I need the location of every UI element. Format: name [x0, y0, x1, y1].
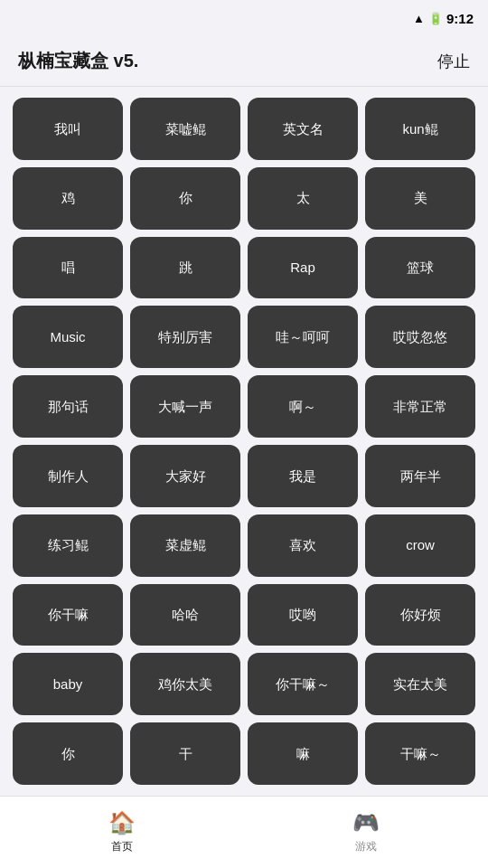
chip-button[interactable]: 特别厉害	[130, 306, 240, 368]
chip-button[interactable]: 干嘛～	[365, 722, 475, 785]
chip-button[interactable]: Music	[13, 306, 123, 368]
nav-label-game: 游戏	[355, 839, 377, 854]
game-icon: 🎮	[352, 810, 380, 835]
chip-button[interactable]: 练习鲲	[13, 514, 123, 577]
status-bar: ▲ 🔋 9:12	[0, 0, 488, 36]
nav-item-home[interactable]: 🏠 首页	[0, 810, 244, 854]
chip-button[interactable]: 你	[130, 167, 240, 230]
chip-button[interactable]: 干	[130, 722, 240, 785]
chip-button[interactable]: Rap	[248, 237, 358, 299]
chip-button[interactable]: 两年半	[365, 445, 475, 507]
chip-button[interactable]: 我是	[248, 445, 358, 507]
chip-button[interactable]: 非常正常	[365, 375, 475, 438]
nav-item-game[interactable]: 🎮 游戏	[244, 810, 488, 854]
chip-button[interactable]: 制作人	[13, 445, 123, 507]
battery-icon: 🔋	[428, 12, 443, 25]
chip-button[interactable]: 我叫	[13, 98, 123, 160]
bottom-nav: 🏠 首页 🎮 游戏	[0, 796, 488, 868]
chip-button[interactable]: 你干嘛～	[248, 653, 358, 715]
home-icon: 🏠	[108, 810, 136, 835]
chip-button[interactable]: 跳	[130, 237, 240, 299]
chip-button[interactable]: 你	[13, 722, 123, 785]
chip-button[interactable]: 大家好	[130, 445, 240, 507]
chip-button[interactable]: 鸡你太美	[130, 653, 240, 715]
chip-button[interactable]: 喜欢	[248, 514, 358, 577]
stop-button[interactable]: 停止	[437, 51, 470, 72]
chip-button[interactable]: 嘛	[248, 722, 358, 785]
chip-button[interactable]: 菜嘘鲲	[130, 98, 240, 160]
chip-button[interactable]: 啊～	[248, 375, 358, 438]
chip-button[interactable]: crow	[365, 514, 475, 577]
chip-button[interactable]: 实在太美	[365, 653, 475, 715]
chip-button[interactable]: 唱	[13, 237, 123, 299]
status-time: 9:12	[446, 11, 474, 26]
wifi-icon: ▲	[413, 12, 425, 25]
chip-button[interactable]: 太	[248, 167, 358, 230]
chip-button[interactable]: 哎哎忽悠	[365, 306, 475, 368]
chip-button[interactable]: 篮球	[365, 237, 475, 299]
chip-button[interactable]: 哈哈	[130, 584, 240, 646]
chip-button[interactable]: 那句话	[13, 375, 123, 438]
chip-button[interactable]: 英文名	[248, 98, 358, 160]
chip-button[interactable]: 哇～呵呵	[248, 306, 358, 368]
chip-button[interactable]: kun鲲	[365, 98, 475, 160]
chip-button[interactable]: 你好烦	[365, 584, 475, 646]
chip-button[interactable]: 你干嘛	[13, 584, 123, 646]
chip-button[interactable]: 鸡	[13, 167, 123, 230]
chip-button[interactable]: 菜虚鲲	[130, 514, 240, 577]
chip-grid: 我叫菜嘘鲲英文名kun鲲鸡你太美唱跳Rap篮球Music特别厉害哇～呵呵哎哎忽悠…	[0, 87, 488, 796]
chip-button[interactable]: 哎哟	[248, 584, 358, 646]
chip-button[interactable]: 大喊一声	[130, 375, 240, 438]
chip-button[interactable]: 美	[365, 167, 475, 230]
nav-label-home: 首页	[111, 839, 133, 854]
status-icons: ▲ 🔋 9:12	[413, 11, 474, 26]
app-title: 枞楠宝藏盒 v5.	[18, 49, 138, 73]
chip-button[interactable]: baby	[13, 653, 123, 715]
app-header: 枞楠宝藏盒 v5. 停止	[0, 36, 488, 87]
